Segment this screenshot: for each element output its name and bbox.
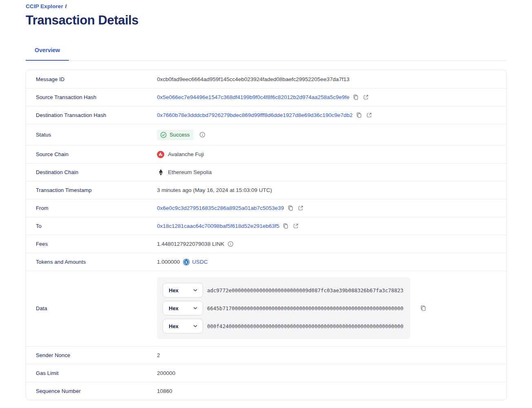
tab-overview[interactable]: Overview bbox=[26, 47, 69, 61]
row-from: From 0x6e0c9c3d279516835c286a8925a01ab7c… bbox=[26, 199, 506, 217]
data-line: Hex adc9772e0000000000000000000000009d08… bbox=[163, 283, 404, 298]
destination-chain-value: Ethereum Sepolia bbox=[157, 169, 212, 176]
row-sender-nonce: Sender Nonce 2 bbox=[26, 346, 506, 364]
row-message-id: Message ID 0xcb0fad9eec6664ad959f145cc4e… bbox=[26, 70, 506, 88]
from-label: From bbox=[36, 205, 157, 211]
sender-nonce-value: 2 bbox=[157, 352, 506, 358]
tokens-label: Tokens and Amounts bbox=[36, 259, 157, 265]
row-to: To 0x18c1281caac64c70098baf5f618d52e291e… bbox=[26, 217, 506, 235]
page-title: Transaction Details bbox=[26, 13, 507, 28]
to-label: To bbox=[36, 223, 157, 229]
data-format-select[interactable]: Hex bbox=[163, 319, 203, 333]
ethereum-icon bbox=[157, 169, 164, 176]
svg-text:$: $ bbox=[185, 260, 188, 264]
row-data: Data Hex adc9772e00000000000000000000000… bbox=[26, 271, 506, 346]
data-line: Hex 000f42400000000000000000000000000000… bbox=[163, 319, 404, 333]
token-link[interactable]: $ USDC bbox=[183, 259, 208, 265]
destination-chain-name: Ethereum Sepolia bbox=[168, 169, 212, 175]
data-panel: Hex adc9772e0000000000000000000000009d08… bbox=[157, 277, 410, 339]
data-line: Hex 6645b7170000000000000000000000000000… bbox=[163, 301, 404, 315]
fees-label: Fees bbox=[36, 241, 157, 247]
source-chain-value: Avalanche Fuji bbox=[157, 151, 204, 158]
page-container: CCIP Explorer/ Transaction Details Overv… bbox=[26, 0, 507, 400]
sender-nonce-label: Sender Nonce bbox=[36, 352, 157, 358]
external-link-icon[interactable] bbox=[298, 205, 304, 211]
sequence-number-label: Sequence Number bbox=[36, 388, 157, 394]
gas-limit-value: 200000 bbox=[157, 370, 506, 376]
data-format-select[interactable]: Hex bbox=[163, 283, 203, 298]
destination-tx-hash-link[interactable]: 0x7660b78e3dddcbd7926279bdec869d99fff8d6… bbox=[157, 112, 353, 118]
data-format-value: Hex bbox=[169, 305, 179, 311]
message-id-label: Message ID bbox=[36, 76, 157, 82]
source-chain-name: Avalanche Fuji bbox=[168, 151, 204, 157]
source-tx-hash-label: Source Transaction Hash bbox=[36, 94, 157, 100]
data-format-select[interactable]: Hex bbox=[163, 301, 203, 315]
check-circle-icon bbox=[160, 132, 167, 138]
transaction-details-card: Message ID 0xcb0fad9eec6664ad959f145cc4e… bbox=[26, 70, 507, 400]
copy-icon[interactable] bbox=[420, 305, 426, 311]
row-source-chain: Source Chain Avalanche Fuji bbox=[26, 145, 506, 163]
chevron-down-icon bbox=[193, 324, 198, 329]
breadcrumb-link-ccip-explorer[interactable]: CCIP Explorer bbox=[26, 3, 63, 9]
chevron-down-icon bbox=[193, 288, 198, 293]
data-label: Data bbox=[36, 305, 157, 311]
token-symbol: USDC bbox=[192, 259, 208, 265]
to-address-link[interactable]: 0x18c1281caac64c70098baf5f618d52e291eb63… bbox=[157, 223, 279, 229]
timestamp-value: 3 minutes ago (May 16, 2024 at 15:03:09 … bbox=[157, 187, 506, 193]
external-link-icon[interactable] bbox=[363, 94, 369, 100]
message-id-value: 0xcb0fad9eec6664ad959f145cc4eb023924fade… bbox=[157, 76, 506, 82]
row-tokens-and-amounts: Tokens and Amounts 1.000000 $ USDC bbox=[26, 253, 506, 271]
row-source-tx-hash: Source Transaction Hash 0x5e066ec7e94496… bbox=[26, 88, 506, 106]
data-hex-line: adc9772e0000000000000000000000009d087fc0… bbox=[207, 287, 404, 293]
row-fees: Fees 1.4480127922079038 LINK bbox=[26, 235, 506, 253]
usdc-icon: $ bbox=[183, 259, 190, 265]
tab-bar: Overview bbox=[26, 47, 507, 61]
row-destination-tx-hash: Destination Transaction Hash 0x7660b78e3… bbox=[26, 106, 506, 124]
row-sequence-number: Sequence Number 10860 bbox=[26, 382, 506, 400]
timestamp-label: Transaction Timestamp bbox=[36, 187, 157, 193]
external-link-icon[interactable] bbox=[293, 223, 299, 229]
external-link-icon[interactable] bbox=[366, 112, 372, 118]
row-timestamp: Transaction Timestamp 3 minutes ago (May… bbox=[26, 181, 506, 199]
fees-value: 1.4480127922079038 LINK bbox=[157, 241, 224, 247]
data-hex-line: 000f424000000000000000000000000000000000… bbox=[207, 323, 404, 329]
avalanche-icon bbox=[157, 151, 164, 158]
copy-icon[interactable] bbox=[283, 223, 289, 229]
chevron-down-icon bbox=[193, 306, 198, 311]
breadcrumb: CCIP Explorer/ bbox=[26, 3, 507, 9]
source-tx-hash-link[interactable]: 0x5e066ec7e94496e1547c368df4199b9f0c4f8f… bbox=[157, 94, 349, 100]
destination-chain-label: Destination Chain bbox=[36, 169, 157, 175]
copy-icon[interactable] bbox=[287, 205, 294, 211]
status-badge-text: Success bbox=[170, 132, 190, 138]
source-chain-label: Source Chain bbox=[36, 151, 157, 157]
row-gas-limit: Gas Limit 200000 bbox=[26, 364, 506, 382]
row-status: Status Success bbox=[26, 124, 506, 145]
status-label: Status bbox=[36, 132, 157, 138]
status-badge: Success bbox=[157, 130, 194, 140]
row-destination-chain: Destination Chain Ethereum Sepolia bbox=[26, 163, 506, 181]
gas-limit-label: Gas Limit bbox=[36, 370, 157, 376]
data-format-value: Hex bbox=[169, 287, 179, 293]
copy-icon[interactable] bbox=[356, 112, 362, 118]
data-hex-line: 6645b71700000000000000000000000000000000… bbox=[207, 305, 404, 311]
token-amount: 1.000000 bbox=[157, 259, 180, 265]
sequence-number-value: 10860 bbox=[157, 388, 506, 394]
copy-icon[interactable] bbox=[353, 94, 359, 100]
info-icon[interactable] bbox=[227, 241, 234, 247]
info-icon[interactable] bbox=[199, 132, 205, 138]
destination-tx-hash-label: Destination Transaction Hash bbox=[36, 112, 157, 118]
breadcrumb-separator: / bbox=[65, 3, 67, 9]
from-address-link[interactable]: 0x6e0c9c3d279516835c286a8925a01ab7c5053e… bbox=[157, 205, 284, 211]
data-format-value: Hex bbox=[169, 323, 179, 329]
